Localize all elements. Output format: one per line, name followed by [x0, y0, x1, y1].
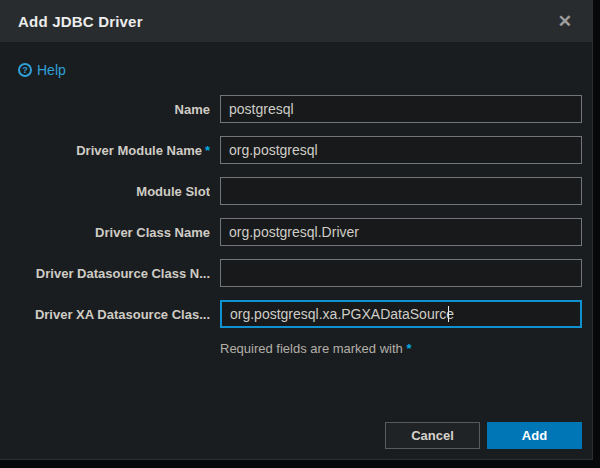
jdbc-driver-form: Name Driver Module Name* Module Slot Dri…: [18, 95, 582, 328]
module-slot-input[interactable]: [220, 177, 582, 205]
name-label: Name: [18, 102, 210, 117]
driver-xa-datasource-class-name-input[interactable]: [220, 300, 582, 328]
driver-datasource-class-name-label: Driver Datasource Class N...: [18, 266, 210, 281]
driver-xa-datasource-class-name-label: Driver XA Datasource Clas...: [18, 307, 210, 322]
form-row-driver-datasource-class-name: Driver Datasource Class N...: [18, 259, 582, 287]
driver-class-name-input[interactable]: [220, 218, 582, 246]
form-row-driver-xa-datasource-class-name: Driver XA Datasource Clas...: [18, 300, 582, 328]
module-slot-label: Module Slot: [18, 184, 210, 199]
driver-datasource-class-name-input[interactable]: [220, 259, 582, 287]
help-icon: ?: [18, 63, 32, 77]
form-row-driver-module-name: Driver Module Name*: [18, 136, 582, 164]
form-row-driver-class-name: Driver Class Name: [18, 218, 582, 246]
form-row-module-slot: Module Slot: [18, 177, 582, 205]
help-label: Help: [37, 62, 66, 78]
dialog-header: Add JDBC Driver ✕: [0, 0, 592, 42]
required-note-asterisk: *: [406, 341, 411, 356]
cancel-button[interactable]: Cancel: [385, 422, 480, 449]
close-icon[interactable]: ✕: [556, 11, 574, 32]
help-link[interactable]: ? Help: [18, 62, 66, 78]
dialog-footer: Cancel Add: [385, 422, 582, 449]
text-caret: [448, 306, 449, 322]
add-button[interactable]: Add: [487, 422, 582, 449]
add-jdbc-driver-dialog: Add JDBC Driver ✕ ? Help Name Driver Mod…: [0, 0, 593, 460]
dialog-body: ? Help Name Driver Module Name* Module S…: [0, 42, 592, 356]
name-input[interactable]: [220, 95, 582, 123]
driver-class-name-label: Driver Class Name: [18, 225, 210, 240]
dialog-title: Add JDBC Driver: [18, 13, 143, 30]
required-asterisk: *: [205, 143, 210, 158]
driver-module-name-label: Driver Module Name*: [18, 143, 210, 158]
required-fields-note: Required fields are marked with *: [220, 341, 582, 356]
driver-module-name-input[interactable]: [220, 136, 582, 164]
form-row-name: Name: [18, 95, 582, 123]
